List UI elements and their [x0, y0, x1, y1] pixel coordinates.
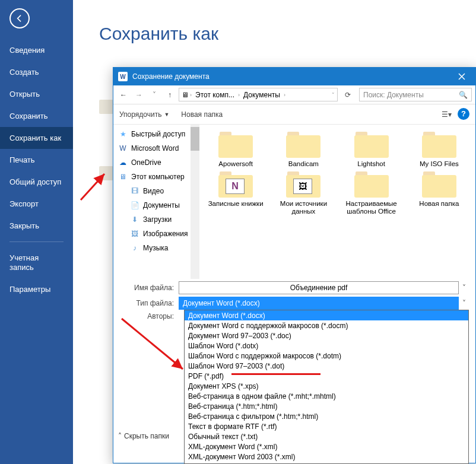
filetype-option[interactable]: XML-документ Word (*.xml): [185, 441, 468, 452]
music-icon: ♪: [130, 243, 139, 253]
help-button[interactable]: ?: [458, 108, 469, 120]
folder-item[interactable]: Apowersoft: [204, 131, 267, 168]
filetype-option[interactable]: Шаблон Word 97–2003 (*.dot): [185, 361, 468, 371]
back-button[interactable]: [9, 8, 30, 28]
folder-icon: [286, 131, 320, 158]
word-icon: W: [118, 72, 128, 81]
folder-grid: ApowersoftBandicamLightshotMy ISO FilesN…: [199, 125, 475, 279]
refresh-button[interactable]: ⟳: [341, 88, 354, 101]
cloud-icon: ☁: [118, 158, 128, 167]
tree-item-label: Загрузки: [143, 215, 172, 224]
nav-back-button[interactable]: ←: [117, 88, 130, 101]
filetype-option[interactable]: Текст в формате RTF (*.rtf): [185, 421, 468, 431]
tree-item[interactable]: 🖥Этот компьютер: [113, 170, 199, 184]
folder-label: Lightshot: [357, 160, 385, 168]
folder-label: Настраиваемые шаблоны Office: [342, 200, 401, 215]
filetype-option[interactable]: PDF (*.pdf): [185, 371, 468, 381]
menu-item[interactable]: Печать: [0, 149, 73, 171]
menu-item[interactable]: Создать: [0, 61, 73, 83]
folder-item[interactable]: Lightshot: [340, 131, 403, 168]
menu-item[interactable]: Общий доступ: [0, 171, 73, 193]
menu-separator: [9, 241, 64, 242]
menu-options[interactable]: Параметры: [0, 278, 73, 301]
filetype-dropdown-button[interactable]: ˅: [459, 299, 469, 307]
filetype-option[interactable]: Документ Word с поддержкой макросов (*.d…: [185, 320, 468, 330]
tree-item-label: Microsoft Word: [131, 144, 179, 152]
filetype-option[interactable]: XML-документ Word 2003 (*.xml): [185, 452, 468, 462]
breadcrumb[interactable]: 🖥 › Этот комп... › Документы › ˅: [179, 88, 338, 101]
search-input[interactable]: Поиск: Документы 🔍: [359, 88, 472, 101]
folder-label: My ISO Files: [420, 160, 459, 168]
folder-item[interactable]: 🖾Мои источники данных: [272, 170, 335, 215]
tree-item-label: Видео: [143, 187, 164, 195]
hide-folders-button[interactable]: ˄ Скрыть папки: [118, 432, 169, 440]
filetype-option[interactable]: Обычный текст (*.txt): [185, 431, 468, 441]
folder-label: Новая папка: [419, 200, 459, 208]
menu-account[interactable]: Учетная запись: [0, 247, 73, 278]
folder-label: Apowersoft: [218, 160, 253, 168]
filetype-select[interactable]: Документ Word (*.docx): [179, 297, 459, 310]
folder-item[interactable]: NЗаписные книжки: [204, 170, 267, 215]
folder-label: Мои источники данных: [274, 200, 333, 215]
nav-up-button[interactable]: ↑: [163, 88, 176, 101]
filetype-option[interactable]: Документ Word (*.docx): [185, 310, 468, 320]
nav-tree: ★Быстрый доступWMicrosoft Word☁OneDrive🖥…: [113, 125, 199, 279]
filetype-option[interactable]: Веб-страница (*.htm;*.html): [185, 401, 468, 411]
dialog-navbar: ← → ˅ ↑ 🖥 › Этот комп... › Документы › ˅…: [113, 85, 475, 104]
page-title: Сохранить как: [99, 24, 476, 44]
tree-scrollbar[interactable]: [191, 125, 199, 279]
filetype-dropdown-list: Документ Word (*.docx)Документ Word с по…: [184, 310, 469, 464]
filetype-option[interactable]: Веб-страница в одном файле (*.mht;*.mhtm…: [185, 391, 468, 401]
folder-item[interactable]: My ISO Files: [408, 131, 471, 168]
star-icon: ★: [118, 129, 128, 139]
filetype-option[interactable]: Шаблон Word (*.dotx): [185, 341, 468, 351]
new-folder-button[interactable]: Новая папка: [181, 110, 223, 119]
tree-item[interactable]: 📄Документы: [113, 198, 199, 212]
tree-item[interactable]: 🎞Видео: [113, 184, 199, 198]
folder-item[interactable]: Новая папка: [408, 170, 471, 215]
filetype-option[interactable]: Документ Word 97–2003 (*.doc): [185, 330, 468, 341]
chevron-up-icon: ˄: [118, 432, 122, 440]
tree-item[interactable]: ♪Музыка: [113, 241, 199, 255]
folder-item[interactable]: Настраиваемые шаблоны Office: [340, 170, 403, 215]
folder-icon: [354, 170, 389, 198]
filetype-option[interactable]: Документ в строгом формате Open XML (*.d…: [185, 462, 468, 464]
menu-item[interactable]: Закрыть: [0, 215, 73, 237]
tree-item[interactable]: ☁OneDrive: [113, 155, 199, 170]
tree-item[interactable]: ★Быстрый доступ: [113, 127, 199, 141]
filetype-option[interactable]: Шаблон Word с поддержкой макросов (*.dot…: [185, 351, 468, 361]
arrow-left-icon: [15, 14, 24, 23]
close-button[interactable]: [453, 68, 471, 85]
menu-item[interactable]: Сохранить как: [0, 127, 73, 149]
path-seg-0[interactable]: Этот комп...: [193, 91, 237, 99]
location-icon: [99, 100, 113, 114]
dialog-body: ★Быстрый доступWMicrosoft Word☁OneDrive🖥…: [113, 125, 475, 279]
video-icon: 🎞: [130, 186, 139, 196]
menu-item[interactable]: Экспорт: [0, 193, 73, 215]
tree-item[interactable]: 🖼Изображения: [113, 227, 199, 241]
menu-item[interactable]: Сведения: [0, 39, 73, 61]
folder-label: Записные книжки: [208, 200, 264, 208]
tree-item-label: Документы: [143, 201, 180, 209]
tree-item-label: OneDrive: [131, 158, 161, 167]
view-button[interactable]: ☰▾: [440, 108, 453, 121]
path-seg-1[interactable]: Документы: [241, 91, 283, 99]
menu-item[interactable]: Сохранить: [0, 105, 73, 127]
filename-row: Имя файла: Объединение pdf ˅: [113, 281, 469, 294]
nav-forward-button[interactable]: →: [132, 88, 145, 101]
menu-item[interactable]: Открыть: [0, 83, 73, 105]
tree-item[interactable]: WMicrosoft Word: [113, 141, 199, 155]
dialog-titlebar: W Сохранение документа: [113, 68, 475, 85]
filetype-option[interactable]: Веб-страница с фильтром (*.htm;*.html): [185, 411, 468, 421]
search-icon: 🔍: [459, 91, 468, 99]
download-icon: ⬇: [130, 215, 139, 224]
filetype-option[interactable]: Документ XPS (*.xps): [185, 381, 468, 391]
filename-input[interactable]: Объединение pdf: [179, 281, 459, 294]
folder-icon: [422, 170, 456, 198]
tree-item[interactable]: ⬇Загрузки: [113, 212, 199, 227]
folder-item[interactable]: Bandicam: [272, 131, 335, 168]
nav-recent-button[interactable]: ˅: [148, 88, 161, 101]
filename-dropdown-button[interactable]: ˅: [459, 284, 469, 292]
folder-icon: 🖾: [286, 170, 320, 198]
organize-button[interactable]: Упорядочить▼: [119, 110, 169, 119]
